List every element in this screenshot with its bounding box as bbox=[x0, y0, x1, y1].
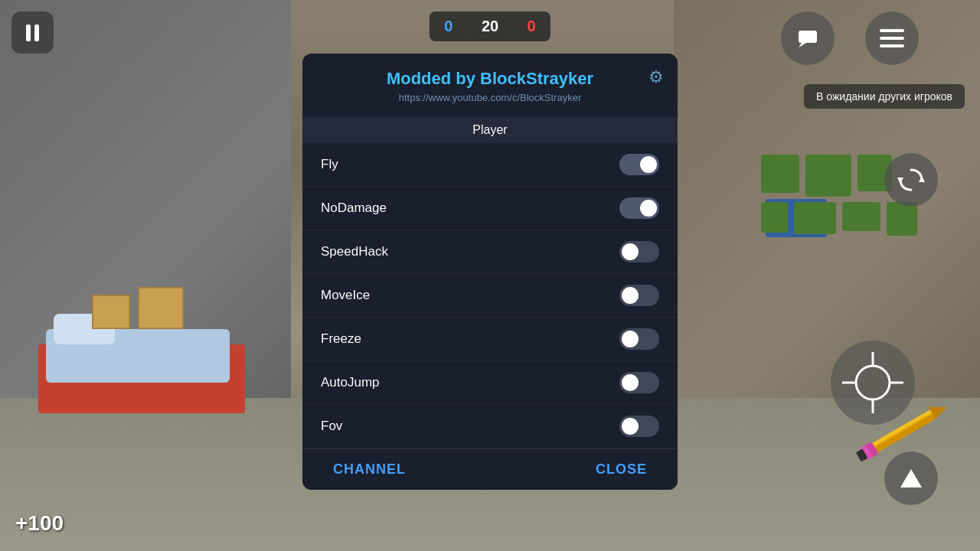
rotate-icon bbox=[897, 165, 926, 194]
toggle-switch-moveice[interactable] bbox=[619, 285, 659, 306]
menu-button[interactable] bbox=[865, 11, 919, 65]
toggle-switch-autojump[interactable] bbox=[619, 372, 659, 393]
bed bbox=[38, 321, 253, 413]
toggle-row-speedhack: SpeedHack bbox=[302, 230, 678, 274]
toggle-switch-fov[interactable] bbox=[619, 416, 659, 437]
modal-title: Modded by BlockStrayker bbox=[318, 69, 662, 89]
toggle-label-freeze: Freeze bbox=[321, 331, 361, 347]
modal-header: Modded by BlockStrayker ⚙ https://www.yo… bbox=[302, 54, 678, 117]
toggle-switch-nodamage[interactable] bbox=[619, 197, 659, 219]
toggle-knob-fov bbox=[622, 418, 639, 435]
toggle-label-speedhack: SpeedHack bbox=[321, 244, 388, 259]
toggle-row-fov: Fov bbox=[302, 405, 678, 448]
mod-menu-modal: Modded by BlockStrayker ⚙ https://www.yo… bbox=[302, 54, 678, 490]
chat-icon bbox=[795, 26, 820, 51]
score-right: 0 bbox=[512, 11, 550, 41]
modal-body: FlyNoDamageSpeedHackMoveIceFreezeAutoJum… bbox=[302, 143, 678, 448]
toggle-row-moveice: MoveIce bbox=[302, 274, 678, 318]
svg-marker-5 bbox=[919, 176, 925, 182]
pause-button[interactable] bbox=[11, 11, 54, 54]
close-button[interactable]: CLOSE bbox=[596, 461, 647, 478]
toggle-row-freeze: Freeze bbox=[302, 318, 678, 361]
up-button[interactable] bbox=[884, 452, 938, 505]
svg-marker-6 bbox=[897, 178, 903, 184]
channel-button[interactable]: CHANNEL bbox=[333, 461, 406, 478]
score-timer: 20 bbox=[468, 11, 512, 41]
toggle-switch-fly[interactable] bbox=[619, 154, 659, 175]
toggle-label-fly: Fly bbox=[321, 157, 338, 172]
score-display: 0 20 0 bbox=[430, 11, 550, 41]
toggle-label-fov: Fov bbox=[321, 419, 342, 434]
toggle-knob-autojump bbox=[622, 374, 639, 391]
toggle-row-nodamage: NoDamage bbox=[302, 187, 678, 230]
waiting-text: В ожидании других игроков bbox=[804, 84, 965, 109]
toggle-knob-nodamage bbox=[640, 200, 657, 217]
gear-icon[interactable]: ⚙ bbox=[648, 67, 664, 87]
score-plus: +100 bbox=[15, 511, 64, 536]
box-2 bbox=[92, 295, 130, 329]
up-arrow-icon bbox=[899, 466, 923, 491]
toggle-knob-freeze bbox=[622, 331, 639, 347]
svg-rect-2 bbox=[880, 29, 904, 32]
toggle-row-fly: Fly bbox=[302, 143, 678, 187]
svg-rect-14 bbox=[864, 409, 932, 451]
svg-marker-1 bbox=[799, 43, 806, 47]
toggle-label-nodamage: NoDamage bbox=[321, 201, 387, 216]
section-title: Player bbox=[302, 117, 678, 143]
box-1 bbox=[138, 287, 184, 329]
svg-rect-0 bbox=[799, 31, 817, 43]
svg-marker-20 bbox=[900, 469, 922, 487]
pause-icon bbox=[26, 24, 39, 41]
toggle-switch-speedhack[interactable] bbox=[619, 241, 659, 262]
toggle-label-autojump: AutoJump bbox=[321, 375, 380, 390]
toggle-knob-moveice bbox=[622, 287, 639, 304]
modal-url: https://www.youtube.com/c/BlockStrayker bbox=[318, 92, 662, 103]
svg-rect-4 bbox=[880, 44, 904, 47]
score-left: 0 bbox=[430, 11, 468, 41]
chat-button[interactable] bbox=[781, 11, 835, 65]
svg-rect-3 bbox=[880, 37, 904, 40]
modal-footer: CHANNEL CLOSE bbox=[302, 448, 678, 490]
menu-icon bbox=[880, 29, 904, 47]
toggle-knob-fly bbox=[640, 156, 657, 173]
toggle-switch-freeze[interactable] bbox=[619, 328, 659, 350]
toggle-label-moveice: MoveIce bbox=[321, 288, 370, 303]
toggle-row-autojump: AutoJump bbox=[302, 361, 678, 405]
rotate-button[interactable] bbox=[884, 153, 938, 207]
toggle-knob-speedhack bbox=[622, 243, 639, 260]
